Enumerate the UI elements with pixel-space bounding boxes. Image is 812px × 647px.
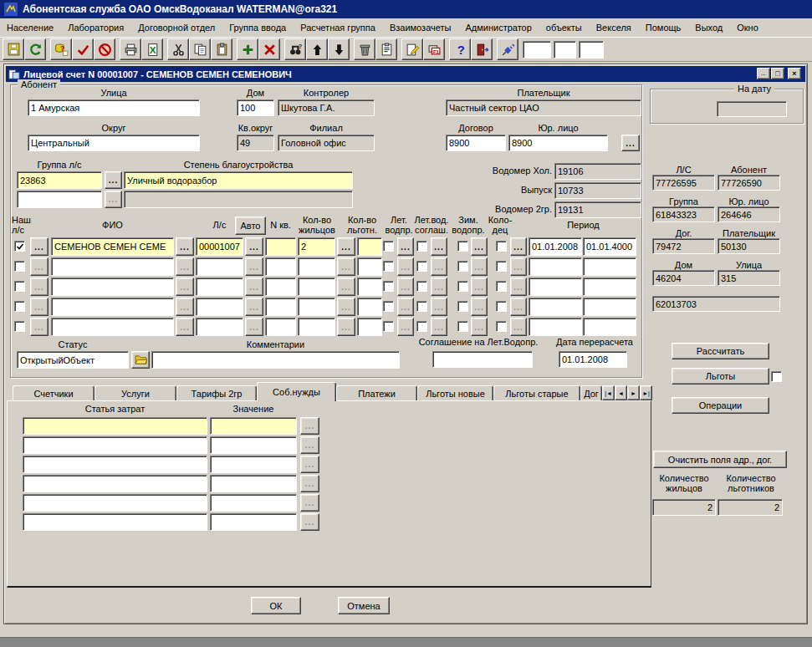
summer-water-checkbox[interactable] [383, 321, 394, 332]
expense-item-field[interactable] [23, 475, 207, 492]
connect-button[interactable] [497, 38, 518, 60]
our-ls-checkbox[interactable] [14, 321, 25, 332]
winter-water-checkbox[interactable] [457, 241, 468, 252]
cancel-dialog-button[interactable]: Отмена [338, 597, 390, 614]
row-browse-button[interactable]: ... [30, 318, 49, 336]
close-icon[interactable]: × [788, 68, 801, 79]
tab-dog[interactable]: Дог [580, 385, 602, 401]
winter-water-browse-button[interactable]: ... [471, 318, 488, 336]
n-kv-field[interactable] [265, 237, 296, 256]
ls-browse-button[interactable]: ... [245, 318, 263, 336]
tab-scroll-first-icon[interactable]: |◄ [602, 385, 615, 400]
well-browse-button[interactable]: ... [510, 298, 527, 316]
expense-item-field[interactable] [23, 456, 207, 473]
expense-browse-button[interactable]: ... [300, 494, 319, 512]
period-to-field[interactable] [583, 298, 636, 316]
menu-administrator[interactable]: Администратор [465, 23, 531, 33]
menu-vzaimozachety[interactable]: Взаимозачеты [390, 23, 452, 33]
trash-button[interactable] [354, 38, 375, 60]
legal-browse-button[interactable]: ... [621, 135, 640, 151]
winter-water-checkbox[interactable] [457, 301, 468, 312]
beneficiaries-field[interactable] [357, 257, 382, 276]
summer-agreement-checkbox[interactable] [416, 321, 427, 332]
ls-browse-button[interactable]: ... [245, 278, 263, 296]
menu-pomosch[interactable]: Помощь [646, 23, 682, 33]
comments-field[interactable] [151, 351, 400, 369]
clear-address-button[interactable]: Очистить поля адр., дог. [653, 451, 787, 468]
expense-value-field[interactable] [210, 436, 297, 454]
row-browse-button[interactable]: ... [30, 257, 49, 276]
our-ls-checkbox[interactable] [14, 241, 25, 252]
save-button[interactable] [3, 38, 24, 60]
expense-item-field[interactable] [23, 436, 207, 454]
ok-button[interactable]: ОК [251, 597, 301, 614]
db-query-button[interactable]: ? [50, 38, 72, 60]
toolbar-box-3[interactable] [579, 41, 604, 59]
n-kv-field[interactable] [265, 278, 296, 296]
expense-browse-button[interactable]: ... [300, 417, 319, 435]
amenity-field[interactable]: Уличный водоразбор [124, 171, 353, 189]
expense-browse-button[interactable]: ... [300, 456, 319, 473]
beneficiaries-field[interactable] [357, 318, 382, 336]
ls-browse-button[interactable]: ... [245, 257, 263, 276]
tab-scroll-last-icon[interactable]: ►| [640, 385, 652, 400]
summer-water-browse-button[interactable]: ... [397, 298, 414, 316]
summer-water-browse-button[interactable]: ... [397, 318, 414, 336]
n-kv-field[interactable] [265, 318, 296, 336]
well-checkbox[interactable] [496, 301, 507, 312]
summer-agreement-browse-button[interactable]: ... [431, 298, 447, 316]
tenants-field[interactable] [298, 257, 335, 276]
well-browse-button[interactable]: ... [510, 257, 527, 276]
paste-button[interactable] [211, 38, 232, 60]
agreement-field[interactable] [432, 351, 533, 368]
cut-button[interactable] [167, 38, 189, 60]
expense-browse-button[interactable]: ... [300, 513, 319, 531]
well-checkbox[interactable] [496, 261, 507, 272]
tab-tarify-2gr[interactable]: Тарифы 2гр [176, 385, 257, 401]
toolbar-box-1[interactable] [523, 41, 551, 59]
beneficiaries-field[interactable] [357, 278, 382, 296]
minimize-icon[interactable]: _ [757, 68, 770, 79]
summer-water-checkbox[interactable] [383, 301, 394, 312]
menu-gruppa-vvoda[interactable]: Группа ввода [229, 23, 286, 33]
ls-group-field[interactable]: 23863 [17, 171, 102, 189]
cancel-button[interactable] [94, 38, 115, 60]
ls-field[interactable] [196, 298, 243, 316]
summer-agreement-checkbox[interactable] [416, 261, 427, 272]
summer-water-checkbox[interactable] [383, 241, 394, 252]
ls-field[interactable] [196, 278, 243, 296]
print-button[interactable] [120, 38, 141, 60]
fio-browse-button[interactable]: ... [176, 318, 194, 336]
our-ls-checkbox[interactable] [14, 261, 25, 272]
summer-water-checkbox[interactable] [383, 261, 394, 272]
refresh-button[interactable] [24, 38, 46, 60]
our-ls-checkbox[interactable] [14, 281, 25, 292]
period-from-field[interactable] [529, 298, 582, 316]
fio-browse-button[interactable]: ... [176, 278, 194, 296]
well-checkbox[interactable] [496, 281, 507, 292]
maximize-icon[interactable]: □ [771, 68, 784, 79]
expense-value-field[interactable] [210, 417, 297, 435]
period-from-field[interactable]: 01.01.2008 [529, 237, 582, 256]
house-field[interactable]: 100 [237, 99, 274, 116]
n-kv-field[interactable] [265, 257, 296, 276]
summer-agreement-checkbox[interactable] [416, 281, 427, 292]
confirm-button[interactable] [72, 38, 94, 60]
edit-button[interactable] [401, 38, 423, 60]
exit-button[interactable] [471, 38, 493, 60]
tab-lgoty-novye[interactable]: Льготы новые [417, 385, 493, 401]
move-up-button[interactable] [306, 38, 328, 60]
well-checkbox[interactable] [496, 241, 507, 252]
tenants-field[interactable] [298, 278, 335, 296]
status-open-button[interactable] [131, 351, 150, 369]
menu-obekty[interactable]: объекты [546, 23, 582, 33]
menu-okno[interactable]: Окно [737, 23, 758, 33]
well-browse-button[interactable]: ... [510, 278, 527, 296]
ls-field[interactable] [196, 257, 243, 276]
menu-laboratoriya[interactable]: Лаборатория [68, 23, 124, 33]
menu-dogovornoy-otdel[interactable]: Договорной отдел [138, 23, 215, 33]
row-browse-button[interactable]: ... [30, 298, 49, 316]
period-to-field[interactable] [583, 257, 636, 276]
winter-water-browse-button[interactable]: ... [471, 298, 488, 316]
ls-field[interactable]: 00001007 [196, 237, 243, 256]
